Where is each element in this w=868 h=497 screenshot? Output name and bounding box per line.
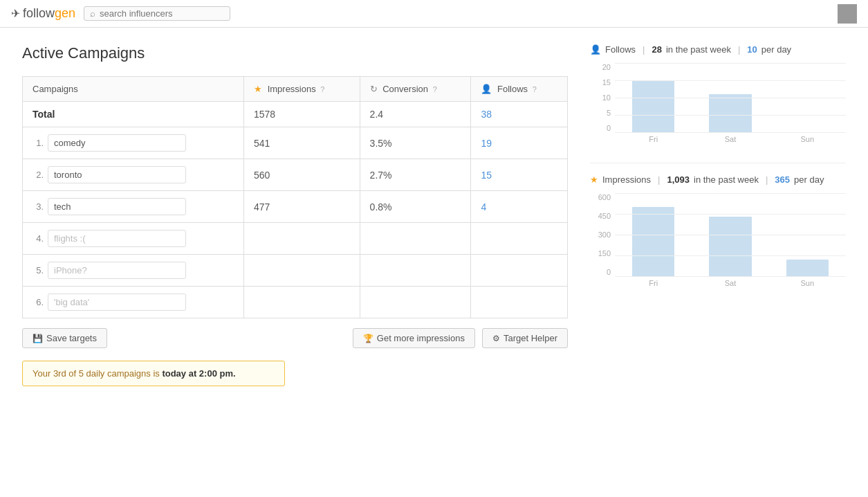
star-icon: ★ — [254, 84, 262, 94]
campaign-input-cell: 3. — [23, 191, 244, 223]
bar-label: Fri — [615, 135, 692, 143]
save-icon: 💾 — [33, 334, 43, 343]
campaign-input-cell: 6. — [23, 287, 244, 318]
campaign-row: 5. — [23, 255, 568, 287]
row-number: 1. — [33, 138, 44, 148]
col-follows: 👤 Follows ? — [471, 77, 568, 102]
page-title: Active Campaigns — [22, 44, 568, 62]
search-input[interactable] — [100, 8, 224, 19]
campaign-row: 4. — [23, 223, 568, 255]
campaign-conversion — [360, 223, 471, 255]
person-icon: 👤 — [481, 84, 492, 94]
campaign-row: 3.4770.8%4 — [23, 191, 568, 223]
brand-gen: gen — [55, 6, 75, 20]
bar-label: Fri — [615, 279, 692, 287]
imp-y0: 0 — [590, 268, 611, 276]
impressions-stat-block: ★ Impressions | 1,093 in the past week |… — [590, 174, 846, 287]
bar-label: Sat — [692, 135, 768, 143]
bar-label: Sun — [769, 135, 846, 143]
campaign-row: 2.5602.7%15 — [23, 159, 568, 191]
follows-y1: 5 — [590, 109, 611, 117]
campaign-name-input[interactable] — [48, 166, 186, 183]
bar — [709, 94, 751, 132]
search-bar[interactable]: ⌕ — [84, 6, 230, 21]
campaign-impressions: 477 — [244, 191, 360, 223]
refresh-icon: ↻ — [370, 84, 378, 94]
campaign-conversion — [360, 255, 471, 287]
impressions-chart: 600 450 300 150 0 FriSat — [590, 193, 846, 287]
left-panel: Active Campaigns Campaigns ★ Impressions… — [22, 44, 568, 386]
button-row: 💾 Save targets 🏆 Get more impressions ⚙ … — [22, 328, 568, 348]
bar-label: Sat — [692, 279, 768, 287]
campaign-follows: 4 — [471, 191, 568, 223]
campaign-conversion: 0.8% — [360, 191, 471, 223]
campaign-input-cell: 5. — [23, 255, 244, 287]
campaign-impressions — [244, 287, 360, 318]
campaign-row: 1.5413.5%19 — [23, 127, 568, 159]
campaign-name-input[interactable] — [48, 134, 186, 152]
follows-y4: 20 — [590, 63, 611, 71]
follows-y0: 0 — [590, 124, 611, 132]
campaign-input-cell: 4. — [23, 223, 244, 255]
campaign-input-cell: 2. — [23, 159, 244, 191]
campaign-conversion — [360, 287, 471, 318]
bar — [709, 217, 751, 276]
impressions-stat-header: ★ Impressions | 1,093 in the past week |… — [590, 174, 846, 185]
campaign-follows — [471, 255, 568, 287]
campaigns-table: Campaigns ★ Impressions ? ↻ Conversion ?… — [22, 76, 568, 318]
campaign-name-input[interactable] — [48, 262, 186, 279]
bar-label: Sun — [769, 279, 846, 287]
total-row: Total 1578 2.4 38 — [23, 102, 568, 127]
get-more-impressions-button[interactable]: 🏆 Get more impressions — [353, 328, 475, 348]
bar — [632, 207, 674, 276]
row-number: 3. — [33, 201, 44, 212]
campaign-name-input[interactable] — [48, 198, 186, 215]
campaign-name-input[interactable] — [48, 293, 186, 311]
campaign-impressions — [244, 255, 360, 287]
alert-box: Your 3rd of 5 daily campaigns is today a… — [22, 361, 285, 386]
follows-y3: 15 — [590, 78, 611, 87]
brand-logo: ✈ followgen — [11, 6, 75, 21]
campaign-conversion: 2.7% — [360, 159, 471, 191]
campaign-follows: 15 — [471, 159, 568, 191]
col-impressions: ★ Impressions ? — [244, 77, 360, 102]
follows-stat-block: 👤 Follows | 28 in the past week | 10 per… — [590, 44, 846, 143]
main-content: Active Campaigns Campaigns ★ Impressions… — [0, 28, 868, 403]
imp-y2: 300 — [590, 231, 611, 239]
follows-person-icon: 👤 — [590, 44, 601, 55]
total-label: Total — [23, 102, 244, 127]
campaign-impressions: 541 — [244, 127, 360, 159]
campaign-input-cell: 1. — [23, 127, 244, 159]
bar — [632, 80, 674, 132]
campaign-impressions — [244, 223, 360, 255]
save-targets-button[interactable]: 💾 Save targets — [22, 328, 107, 348]
brand-text: followgen — [23, 6, 75, 21]
impressions-icon: 🏆 — [363, 334, 373, 343]
gear-icon: ⚙ — [492, 334, 500, 343]
imp-y3: 450 — [590, 212, 611, 220]
impressions-star-icon: ★ — [590, 174, 598, 185]
right-panel: 👤 Follows | 28 in the past week | 10 per… — [590, 44, 846, 386]
imp-y1: 150 — [590, 249, 611, 257]
follows-y2: 10 — [590, 93, 611, 102]
bar — [786, 260, 829, 276]
row-number: 2. — [33, 170, 44, 180]
col-campaigns: Campaigns — [23, 77, 244, 102]
row-number: 4. — [33, 233, 44, 244]
total-conversion: 2.4 — [360, 102, 471, 127]
col-conversion: ↻ Conversion ? — [360, 77, 471, 102]
follows-stat-header: 👤 Follows | 28 in the past week | 10 per… — [590, 44, 846, 55]
campaign-follows: 19 — [471, 127, 568, 159]
avatar — [838, 4, 857, 24]
campaign-row: 6. — [23, 287, 568, 318]
row-number: 6. — [33, 297, 44, 307]
campaign-follows — [471, 287, 568, 318]
search-icon: ⌕ — [90, 8, 95, 19]
brand-follow: follow — [23, 6, 55, 20]
header: ✈ followgen ⌕ — [0, 0, 868, 28]
campaign-conversion: 3.5% — [360, 127, 471, 159]
target-helper-button[interactable]: ⚙ Target Helper — [482, 328, 568, 348]
campaign-follows — [471, 223, 568, 255]
total-impressions: 1578 — [244, 102, 360, 127]
campaign-name-input[interactable] — [48, 230, 186, 247]
